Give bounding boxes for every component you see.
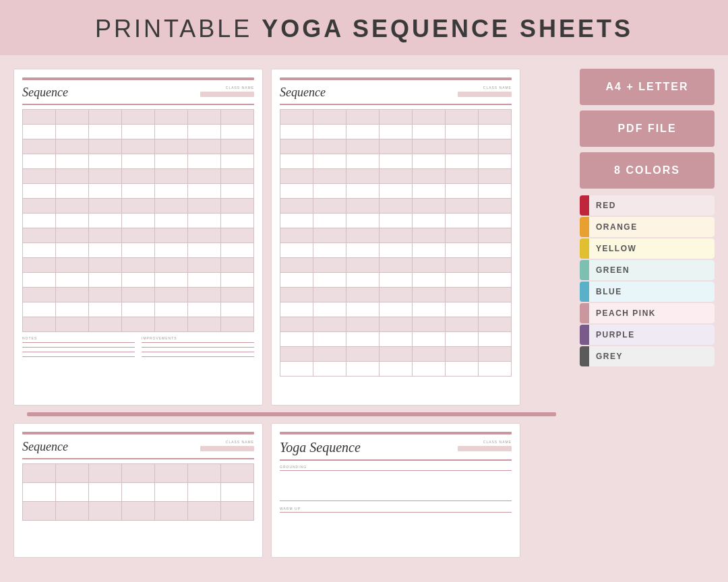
color-label-blue: BLUE bbox=[596, 287, 622, 296]
table-row bbox=[280, 109, 512, 124]
badge-pdf-file: PDF FILE bbox=[580, 110, 715, 147]
table-row bbox=[23, 228, 254, 243]
color-item-green: GREEN bbox=[580, 260, 715, 280]
color-label-grey: GREY bbox=[596, 352, 623, 361]
color-label-peach pink: PEACH PINK bbox=[596, 309, 656, 318]
table-row bbox=[23, 168, 254, 183]
sheet-1-class-name: CLASS NAME bbox=[200, 86, 254, 97]
note-line bbox=[22, 356, 135, 357]
class-name-line-1 bbox=[200, 92, 254, 97]
color-item-red: RED bbox=[580, 195, 715, 216]
class-name-line-4 bbox=[458, 446, 512, 451]
color-item-grey: GREY bbox=[580, 346, 715, 366]
class-name-label-2: CLASS NAME bbox=[483, 86, 512, 90]
class-name-line-2 bbox=[458, 92, 512, 97]
sequence-grid-3 bbox=[22, 463, 254, 521]
bottom-sheets-row: Sequence CLASS NAME bbox=[13, 423, 570, 558]
top-sheets-row: Sequence CLASS NAME bbox=[13, 69, 570, 406]
sheet-4: Yoga Sequence CLASS NAME GROUNDING WARM … bbox=[271, 423, 520, 558]
sheet-top-bar-1 bbox=[22, 77, 254, 80]
grounding-label: GROUNDING bbox=[280, 465, 512, 469]
sheet-3-header: Sequence CLASS NAME bbox=[22, 440, 254, 454]
table-row bbox=[280, 331, 512, 346]
table-row bbox=[280, 213, 512, 228]
grounding-line-2 bbox=[280, 500, 512, 501]
note-line bbox=[142, 356, 254, 357]
sheet-1-notes: NOTES IMPROVEMENTS bbox=[22, 336, 254, 361]
grounding-section: GROUNDING bbox=[280, 465, 512, 501]
color-swatch-yellow bbox=[580, 238, 589, 259]
table-row bbox=[23, 317, 254, 331]
bottom-divider-bar bbox=[27, 412, 556, 416]
table-row bbox=[23, 287, 254, 302]
grounding-line bbox=[280, 470, 512, 471]
table-row bbox=[280, 198, 512, 213]
sheet-2: Sequence CLASS NAME bbox=[271, 69, 520, 406]
sheet-1-title: Sequence bbox=[22, 86, 68, 100]
warm-up-label: WARM UP bbox=[280, 507, 512, 511]
sheet-3-class-name: CLASS NAME bbox=[200, 440, 254, 451]
table-row bbox=[280, 346, 512, 361]
note-line bbox=[22, 352, 135, 352]
sequence-grid-2 bbox=[280, 109, 512, 377]
sheet-3-divider bbox=[22, 458, 254, 459]
table-row bbox=[280, 272, 512, 287]
table-row bbox=[280, 154, 512, 168]
note-line bbox=[22, 342, 135, 343]
class-name-label-4: CLASS NAME bbox=[483, 440, 512, 444]
sheet-1-divider bbox=[22, 104, 254, 105]
color-swatch-peach pink bbox=[580, 303, 589, 323]
colors-section: REDORANGEYELLOWGREENBLUEPEACH PINKPURPLE… bbox=[580, 195, 715, 366]
sequence-grid-1 bbox=[22, 109, 254, 332]
table-row bbox=[23, 213, 254, 228]
table-row bbox=[280, 287, 512, 302]
table-row bbox=[23, 243, 254, 257]
table-row bbox=[23, 124, 254, 139]
sheet-3: Sequence CLASS NAME bbox=[13, 423, 263, 558]
table-row bbox=[280, 228, 512, 243]
table-row bbox=[23, 154, 254, 168]
sheet-4-class-name: CLASS NAME bbox=[458, 440, 512, 451]
table-row bbox=[280, 243, 512, 257]
improvements-section: IMPROVEMENTS bbox=[142, 336, 254, 361]
main-content: Sequence CLASS NAME bbox=[0, 55, 728, 564]
color-swatch-green bbox=[580, 260, 589, 280]
badge-a4-letter: A4 + LETTER bbox=[580, 69, 715, 105]
color-label-yellow: YELLOW bbox=[596, 244, 636, 253]
color-swatch-blue bbox=[580, 282, 589, 302]
color-item-blue: BLUE bbox=[580, 282, 715, 302]
note-line bbox=[142, 347, 254, 348]
table-row bbox=[23, 302, 254, 317]
color-swatch-orange bbox=[580, 217, 589, 237]
table-row bbox=[23, 183, 254, 198]
table-row bbox=[23, 272, 254, 287]
color-item-peach-pink: PEACH PINK bbox=[580, 303, 715, 323]
class-name-label-3: CLASS NAME bbox=[226, 440, 254, 444]
color-swatch-red bbox=[580, 195, 589, 216]
notes-section: NOTES bbox=[22, 336, 135, 361]
color-label-red: RED bbox=[596, 201, 616, 210]
sheet-4-header: Yoga Sequence CLASS NAME bbox=[280, 440, 512, 455]
badge-8-colors: 8 COLORS bbox=[580, 152, 715, 189]
class-name-label-1: CLASS NAME bbox=[226, 86, 254, 90]
improvements-label: IMPROVEMENTS bbox=[142, 336, 254, 340]
warm-up-section: WARM UP bbox=[280, 507, 512, 513]
table-row bbox=[280, 302, 512, 317]
table-row bbox=[280, 168, 512, 183]
page-title: PRINTABLE YOGA SEQUENCE SHEETS bbox=[0, 15, 728, 43]
sheet-4-title: Yoga Sequence bbox=[280, 440, 361, 455]
sheet-2-class-name: CLASS NAME bbox=[458, 86, 512, 97]
color-label-orange: ORANGE bbox=[596, 222, 638, 232]
sheet-top-bar-2 bbox=[280, 77, 512, 80]
sheets-area: Sequence CLASS NAME bbox=[13, 69, 570, 558]
table-row bbox=[280, 257, 512, 272]
sheet-1: Sequence CLASS NAME bbox=[13, 69, 263, 406]
note-line bbox=[142, 352, 254, 352]
table-row bbox=[280, 361, 512, 376]
color-item-purple: PURPLE bbox=[580, 325, 715, 345]
sheet-2-header: Sequence CLASS NAME bbox=[280, 86, 512, 100]
table-row bbox=[280, 139, 512, 154]
header: PRINTABLE YOGA SEQUENCE SHEETS bbox=[0, 0, 728, 55]
note-line bbox=[142, 342, 254, 343]
table-row bbox=[280, 183, 512, 198]
